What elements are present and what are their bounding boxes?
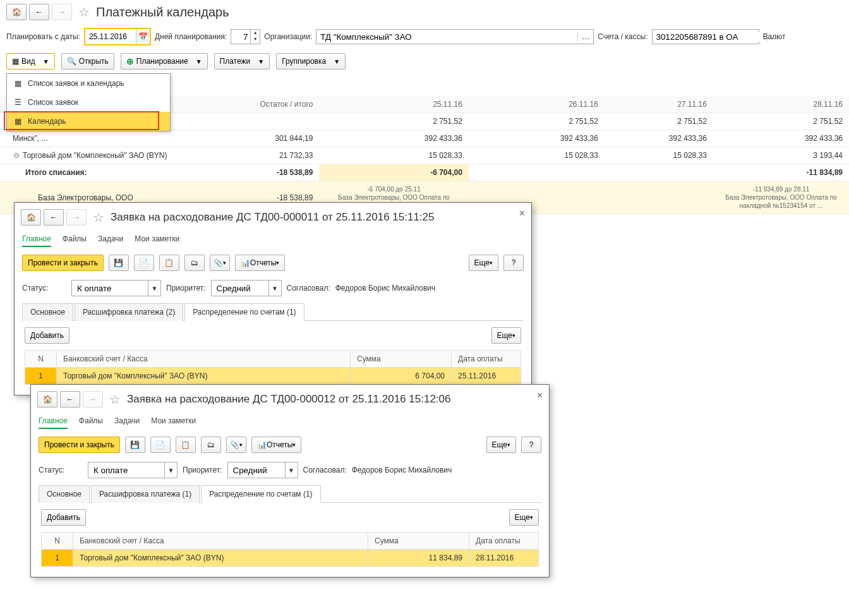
- grid-row[interactable]: ⊖Торговый дом "Комплексный" ЗАО (BYN) 21…: [0, 147, 849, 164]
- payments-button[interactable]: Платежи▼: [214, 53, 270, 69]
- col-balance: Остаток / итого: [190, 96, 319, 113]
- accounts-select[interactable]: …: [652, 29, 759, 44]
- days-input[interactable]: [231, 30, 250, 44]
- grouping-button[interactable]: Группировка▼: [276, 53, 346, 69]
- search-icon: 🔍: [67, 57, 76, 66]
- spin-down-icon[interactable]: ▼: [251, 36, 260, 42]
- favorite-icon[interactable]: ☆: [93, 210, 104, 214]
- dialog-title: Заявка на расходование ДС ТД00-000011 от…: [111, 211, 434, 214]
- days-spinner[interactable]: ▲▼: [231, 29, 260, 44]
- calendar-icon[interactable]: 📅: [136, 29, 150, 44]
- accounts-input[interactable]: [653, 32, 767, 42]
- vid-button[interactable]: ▦ Вид▼: [6, 53, 55, 69]
- caret-down-icon: ▼: [334, 58, 340, 65]
- forward-button[interactable]: →: [66, 209, 87, 214]
- grid-row-totals[interactable]: Итого списания:-18 538,89 -6 704,00-11 8…: [0, 164, 849, 181]
- open-button[interactable]: 🔍 Открыть: [61, 53, 114, 69]
- grid-icon: ▦: [15, 117, 21, 126]
- plus-icon: ⊕: [126, 56, 134, 66]
- home-button[interactable]: 🏠: [6, 4, 27, 20]
- col-date: 26.11.16: [469, 96, 605, 113]
- caret-down-icon: ▼: [196, 58, 202, 65]
- close-icon[interactable]: ×: [519, 208, 525, 214]
- home-button[interactable]: 🏠: [21, 209, 41, 214]
- col-date: 27.11.16: [605, 96, 713, 113]
- back-button[interactable]: ←: [29, 4, 49, 20]
- grid-icon: ▦: [12, 57, 19, 66]
- plan-from-label: Планировать с даты:: [6, 32, 80, 41]
- forward-button[interactable]: →: [52, 4, 72, 20]
- days-label: Дней планирования:: [155, 32, 227, 41]
- vid-menu: ▦Список заявок и календарь ☰Список заяво…: [6, 73, 171, 131]
- org-select[interactable]: …: [316, 29, 594, 44]
- plan-from-date[interactable]: 📅: [84, 28, 151, 45]
- action-bar: ▦ Вид▼ 🔍 Открыть ⊕ Планирование▼ Платежи…: [0, 49, 849, 73]
- org-label: Организации:: [264, 32, 312, 41]
- dialog-request-1: × 🏠 ← → ☆ Заявка на расходование ДС ТД00…: [14, 202, 532, 214]
- vid-menu-item-calendar[interactable]: ▦Календарь: [7, 112, 170, 131]
- collapse-icon[interactable]: ⊖: [13, 151, 20, 160]
- favorite-icon[interactable]: ☆: [78, 4, 90, 20]
- grid-icon: ▦: [15, 79, 21, 88]
- org-picker-icon[interactable]: …: [577, 32, 593, 41]
- caret-down-icon: ▼: [43, 58, 49, 65]
- currency-label: Валют: [763, 32, 786, 41]
- col-date: 28.11.16: [713, 96, 849, 113]
- back-button[interactable]: ←: [44, 209, 64, 214]
- col-date: 25.11.16: [319, 96, 469, 113]
- main-toolbar: 🏠 ← → ☆ Платежный календарь: [0, 0, 849, 24]
- plan-from-input[interactable]: [85, 29, 136, 44]
- org-input[interactable]: [316, 32, 577, 42]
- vid-menu-item-list-calendar[interactable]: ▦Список заявок и календарь: [7, 74, 170, 93]
- filter-row: Планировать с даты: 📅 Дней планирования:…: [0, 24, 849, 49]
- vid-menu-item-list[interactable]: ☰Список заявок: [7, 93, 170, 112]
- list-icon: ☰: [15, 98, 21, 107]
- grid-row[interactable]: Минск", ...301 844,19 392 433,36392 433,…: [0, 130, 849, 147]
- accounts-label: Счета / кассы:: [598, 32, 647, 41]
- spin-up-icon[interactable]: ▲: [251, 30, 260, 36]
- planning-button[interactable]: ⊕ Планирование▼: [121, 53, 208, 69]
- caret-down-icon: ▼: [258, 58, 264, 65]
- page-title: Платежный календарь: [96, 5, 229, 20]
